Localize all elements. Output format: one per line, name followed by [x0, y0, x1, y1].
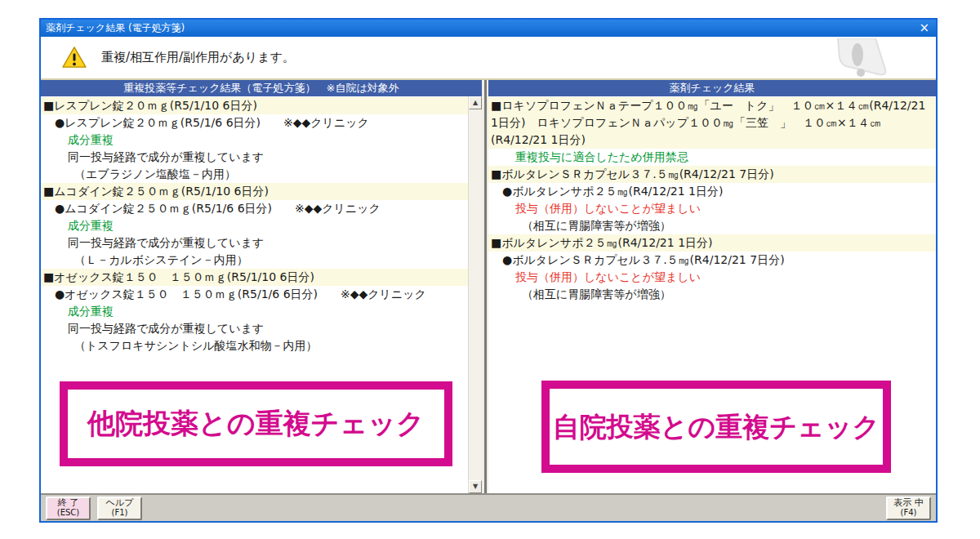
list-row[interactable]: （エブラジノン塩酸塩－内用） — [41, 166, 468, 183]
list-row[interactable]: 同一投与経路で成分が重複しています — [41, 149, 468, 166]
warning-triangle-icon — [62, 47, 87, 69]
display-toggle-button[interactable]: 表示 中 (F4) — [886, 497, 931, 520]
list-row[interactable]: （相互に胃腸障害等が増強） — [488, 217, 936, 234]
list-row[interactable]: ●レスプレン錠２０ｍｇ(R5/1/6 6日分) ※◆◆クリニック — [41, 114, 468, 131]
list-row[interactable]: 重複投与に適合したため併用禁忌 — [488, 149, 936, 166]
list-row[interactable]: 成分重複 — [41, 131, 468, 149]
list-row[interactable]: 同一投与経路で成分が重複しています — [41, 320, 468, 337]
close-icon[interactable]: × — [919, 22, 929, 34]
list-row[interactable]: ■オゼックス錠１５０ １５０ｍｇ(R5/1/10 6日分) — [41, 269, 468, 286]
warning-message: 重複/相互作用/副作用があります。 — [101, 50, 295, 65]
exit-button-key: (ESC) — [57, 508, 79, 518]
list-row[interactable]: ●ボルタレンＳＲカプセル３７.５㎎(R4/12/21 7日分) — [488, 252, 936, 269]
list-row[interactable]: 成分重複 — [41, 217, 468, 234]
screenshot-canvas: 薬剤チェック結果 (電子処方箋) × 重複/相互作用/副作用があります。 — [0, 0, 980, 539]
list-row[interactable]: 成分重複 — [41, 303, 468, 320]
list-row[interactable]: ■ボルタレンサポ２５㎎(R4/12/21 1日分) — [488, 234, 936, 252]
list-row[interactable]: ■ロキソプロフェンＮａテープ１００㎎「ユー トク」 １０㎝×１４㎝(R4/12/… — [488, 97, 936, 149]
help-button-key: (F1) — [112, 508, 128, 518]
exit-button-label: 終 了 — [58, 498, 79, 508]
list-row[interactable]: ■ムコダイン錠２５０ｍｇ(R5/1/10 6日分) — [41, 183, 468, 200]
list-row[interactable]: ●ボルタレンサポ２５㎎(R4/12/21 1日分) — [488, 183, 936, 200]
dialog-titlebar[interactable]: 薬剤チェック結果 (電子処方箋) × — [41, 20, 936, 37]
warning-banner: 重複/相互作用/副作用があります。 — [41, 37, 936, 78]
annotation-own-hospital: 自院投薬との重複チェック — [541, 381, 891, 473]
exclamation-watermark-icon — [822, 38, 893, 78]
scroll-up-icon[interactable]: ▲ — [469, 96, 482, 109]
display-toggle-key: (F4) — [901, 508, 917, 518]
list-row[interactable]: 投与（併用）しないことが望ましい — [488, 269, 936, 286]
left-panel-scrollbar[interactable]: ▲ ▼ — [468, 96, 482, 493]
list-row[interactable]: 同一投与経路で成分が重複しています — [41, 234, 468, 252]
left-panel-header: 重複投薬等チェック結果（電子処方箋） ※自院は対象外 — [41, 80, 482, 96]
right-panel-header: 薬剤チェック結果 — [488, 80, 936, 96]
list-row[interactable]: （Ｌ－カルボシステイン－内用） — [41, 252, 468, 269]
list-row[interactable]: （トスフロキサシントシル酸塩水和物－内用） — [41, 337, 468, 354]
help-button[interactable]: ヘルプ (F1) — [97, 497, 142, 520]
display-toggle-label: 表示 中 — [893, 498, 924, 508]
list-row[interactable]: （相互に胃腸障害等が増強） — [488, 286, 936, 303]
list-row[interactable]: 投与（併用）しないことが望ましい — [488, 200, 936, 217]
annotation-other-hospital: 他院投薬との重複チェック — [60, 381, 452, 466]
list-row[interactable]: ■ボルタレンＳＲカプセル３７.５㎎(R4/12/21 7日分) — [488, 166, 936, 183]
annotation-own-hospital-text: 自院投薬との重複チェック — [553, 410, 880, 443]
list-row[interactable]: ●ムコダイン錠２５０ｍｇ(R5/1/6 6日分) ※◆◆クリニック — [41, 200, 468, 217]
help-button-label: ヘルプ — [106, 498, 134, 508]
panel-divider — [482, 80, 488, 493]
scroll-down-icon[interactable]: ▼ — [469, 480, 482, 493]
annotation-other-hospital-text: 他院投薬との重複チェック — [87, 405, 425, 443]
footer-bar: 終 了 (ESC) ヘルプ (F1) 表示 中 (F4) — [41, 493, 936, 521]
exit-button[interactable]: 終 了 (ESC) — [46, 497, 91, 520]
list-row[interactable]: ■レスプレン錠２０ｍｇ(R5/1/10 6日分) — [41, 97, 468, 114]
list-row[interactable]: ●オゼックス錠１５０ １５０ｍｇ(R5/1/6 6日分) ※◆◆クリニック — [41, 286, 468, 303]
dialog-title: 薬剤チェック結果 (電子処方箋) — [46, 21, 185, 35]
